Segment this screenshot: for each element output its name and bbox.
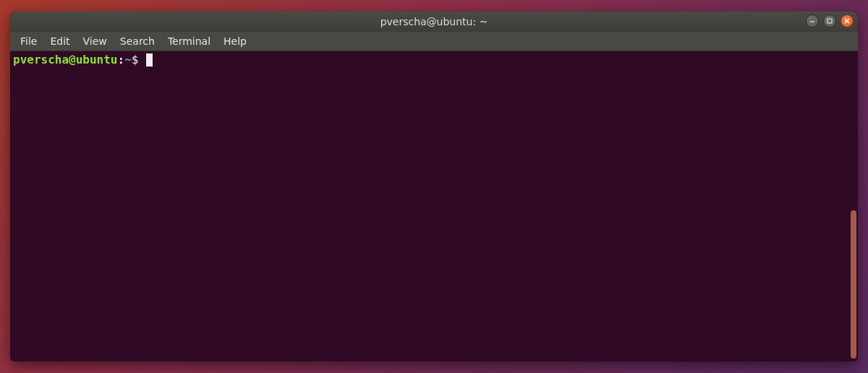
close-button[interactable] [841,14,854,27]
titlebar[interactable]: pverscha@ubuntu: ~ [10,12,858,32]
window-controls [806,14,854,27]
menu-file[interactable]: File [14,34,43,48]
terminal-content: pverscha@ubuntu:~$ [13,53,848,361]
menu-view[interactable]: View [77,34,113,48]
menubar: File Edit View Search Terminal Help [10,32,858,51]
maximize-button[interactable] [823,14,836,27]
cursor [146,53,153,67]
terminal-area[interactable]: pverscha@ubuntu:~$ [10,51,858,361]
close-icon [843,17,851,25]
window-title: pverscha@ubuntu: ~ [10,16,858,27]
prompt-path: ~ [124,53,132,67]
menu-search[interactable]: Search [114,34,161,48]
maximize-icon [826,17,833,25]
menu-edit[interactable]: Edit [44,34,75,48]
prompt-colon: : [118,53,125,67]
terminal-window: pverscha@ubuntu: ~ File Edit View Search… [10,12,858,361]
menu-terminal[interactable]: Terminal [162,34,216,48]
svg-rect-1 [827,19,832,23]
scroll-thumb[interactable] [851,210,856,359]
prompt-symbol: $ [132,53,139,67]
prompt-user-host: pverscha@ubuntu [13,53,118,67]
minimize-icon [809,17,816,25]
menu-help[interactable]: Help [218,34,252,48]
scrollbar[interactable] [849,51,858,361]
minimize-button[interactable] [806,14,819,27]
